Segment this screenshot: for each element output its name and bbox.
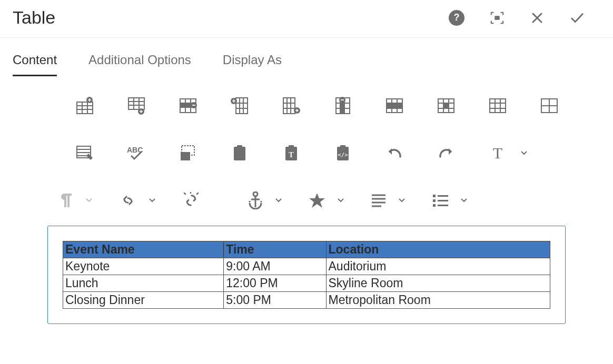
paste-text-icon[interactable]: T	[265, 143, 317, 164]
svg-rect-19	[490, 99, 506, 113]
svg-rect-40	[438, 205, 448, 206]
chevron-down-icon[interactable]	[460, 198, 468, 203]
table-cell[interactable]: Auditorium	[326, 258, 550, 275]
svg-rect-0	[495, 16, 499, 19]
chevron-down-icon[interactable]	[85, 198, 93, 203]
table-select-icon[interactable]	[472, 95, 523, 116]
target-mode-icon[interactable]	[162, 143, 214, 164]
table-header-cell[interactable]: Time	[224, 241, 326, 258]
tab-additional-options[interactable]: Additional Options	[88, 53, 191, 76]
svg-rect-18	[444, 104, 448, 108]
svg-rect-35	[433, 195, 436, 197]
table-header-cell[interactable]: Location	[326, 241, 550, 258]
list-icon[interactable]	[432, 190, 449, 211]
undo-icon[interactable]	[369, 143, 420, 164]
link-icon[interactable]	[119, 190, 137, 211]
paste-icon[interactable]	[214, 143, 265, 164]
table-row[interactable]: Closing Dinner 5:00 PM Metropolitan Room	[63, 292, 550, 309]
svg-text:T: T	[493, 145, 502, 161]
header-actions: ?	[449, 10, 600, 26]
table-cell[interactable]: 12:00 PM	[224, 275, 326, 292]
table-cell[interactable]: Closing Dinner	[63, 292, 224, 309]
special-char-icon[interactable]	[309, 190, 325, 211]
table-header-cell[interactable]: Event Name	[63, 241, 224, 258]
toolbar-row-3	[59, 190, 581, 211]
close-icon[interactable]	[530, 11, 545, 25]
cell-edit-icon[interactable]	[59, 143, 111, 164]
svg-rect-26	[237, 145, 242, 148]
justify-icon[interactable]	[371, 190, 387, 211]
svg-rect-37	[433, 199, 436, 202]
table-header-row[interactable]: Event Name Time Location	[63, 241, 550, 258]
toolbar-row-1	[59, 95, 581, 116]
table-cell[interactable]: Skyline Room	[326, 275, 550, 292]
svg-rect-3	[128, 98, 144, 109]
chevron-down-icon[interactable]	[398, 198, 406, 203]
svg-rect-1	[77, 102, 93, 114]
unlink-icon[interactable]	[182, 190, 200, 211]
paste-html-icon[interactable]: </>	[317, 143, 369, 164]
svg-rect-39	[433, 204, 436, 207]
chevron-down-icon[interactable]	[337, 198, 344, 203]
table-insert-col-before-icon[interactable]	[214, 95, 265, 116]
svg-rect-28	[289, 145, 294, 148]
table-cell[interactable]: Metropolitan Room	[326, 292, 550, 309]
paraformat-icon[interactable]	[59, 190, 74, 211]
svg-rect-31	[340, 145, 345, 148]
table-cell[interactable]: 5:00 PM	[224, 292, 326, 309]
table-cell[interactable]: 9:00 AM	[224, 258, 326, 275]
chevron-down-icon[interactable]	[149, 198, 156, 203]
tab-content[interactable]: Content	[13, 53, 57, 76]
svg-rect-24	[181, 152, 190, 160]
svg-point-34	[253, 192, 258, 196]
chevron-down-icon[interactable]	[520, 150, 528, 156]
fullscreen-icon[interactable]	[490, 11, 505, 25]
text-format-icon[interactable]: T	[472, 143, 523, 164]
table-nested-icon[interactable]	[523, 95, 575, 116]
table-insert-row-before-icon[interactable]	[59, 95, 111, 116]
spellcheck-icon[interactable]: ABC	[111, 143, 162, 164]
table-cell-split-icon[interactable]	[420, 95, 472, 116]
help-icon[interactable]: ?	[449, 10, 464, 26]
anchor-icon[interactable]	[248, 190, 263, 211]
redo-icon[interactable]	[420, 143, 472, 164]
svg-rect-36	[438, 195, 448, 197]
table-delete-col-icon[interactable]	[317, 95, 369, 116]
table-cell[interactable]: Lunch	[63, 275, 224, 292]
table-cell[interactable]: Keynote	[63, 258, 224, 275]
tabs: Content Additional Options Display As	[0, 38, 613, 76]
svg-rect-10	[283, 98, 295, 114]
table-delete-row-icon[interactable]	[162, 95, 214, 116]
content-editable-area[interactable]: Event Name Time Location Keynote 9:00 AM…	[47, 226, 566, 324]
toolbar-row-2: ABC T <	[59, 143, 581, 164]
table-cell-merge-icon[interactable]	[369, 95, 420, 116]
table-insert-col-after-icon[interactable]	[265, 95, 317, 116]
tab-display-as[interactable]: Display As	[223, 53, 282, 76]
table-row[interactable]: Lunch 12:00 PM Skyline Room	[63, 275, 550, 292]
svg-text:T: T	[289, 151, 294, 159]
svg-rect-25	[234, 147, 245, 160]
done-icon[interactable]	[570, 11, 585, 25]
svg-rect-38	[438, 200, 448, 201]
toolbar: ABC T <	[0, 76, 613, 211]
data-table[interactable]: Event Name Time Location Keynote 9:00 AM…	[63, 241, 550, 309]
chevron-down-icon[interactable]	[275, 198, 282, 203]
dialog-title: Table	[13, 7, 55, 28]
svg-text:</>: </>	[338, 151, 348, 158]
svg-rect-16	[387, 104, 402, 108]
table-insert-row-after-icon[interactable]	[111, 95, 162, 116]
dialog-header: Table ?	[0, 0, 613, 38]
table-row[interactable]: Keynote 9:00 AM Auditorium	[63, 258, 550, 275]
svg-rect-8	[236, 98, 248, 114]
